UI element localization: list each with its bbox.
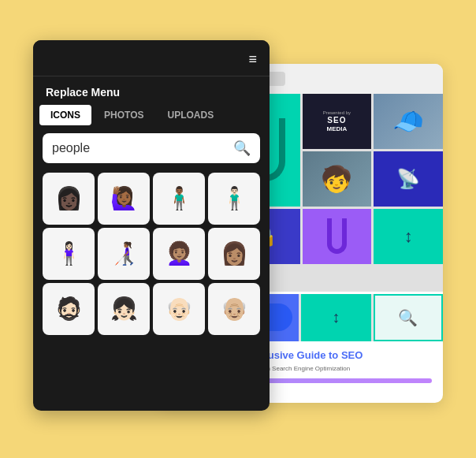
list-item[interactable]: 👩🏿 <box>43 173 95 225</box>
search-icon: 🔍 <box>233 140 251 157</box>
list-item[interactable]: 🙋🏾‍♀️ <box>98 173 150 225</box>
list-item[interactable]: 🧍🏻‍♀️ <box>43 228 95 280</box>
tabs-row: ICONS PHOTOS UPLOADS <box>33 105 270 125</box>
tab-photos[interactable]: PHOTOS <box>93 105 154 125</box>
left-card: ≡ Replace Menu ICONS PHOTOS UPLOADS 🔍 👩🏿… <box>33 40 270 411</box>
grid-cell-radio: 📡 <box>374 151 443 207</box>
grid-cell-purple-arch <box>303 209 372 264</box>
grid-cell-photo1: 🧢 <box>374 94 443 149</box>
list-item[interactable]: 👩🏾‍🦯 <box>98 228 150 280</box>
person-emoji-2: 🧒 <box>321 164 352 194</box>
search-input[interactable] <box>52 141 227 155</box>
list-item[interactable]: 👩🏽 <box>208 228 260 280</box>
replace-menu-title: Replace Menu <box>33 76 270 105</box>
seo-text: Presented by SEO MEDIA <box>323 110 351 133</box>
tab-uploads[interactable]: UPLOADS <box>156 105 225 125</box>
list-item[interactable]: 👩🏽‍🦱 <box>153 228 205 280</box>
grid-cell-refresh: ↕ <box>374 209 443 264</box>
person-emoji-1: 🧢 <box>392 106 424 136</box>
list-item[interactable]: 👴🏻 <box>153 283 205 335</box>
search-box: 🔍 <box>43 133 260 163</box>
seo-brand: SEO <box>327 116 346 125</box>
grid-cell-photo2: 🧒 <box>303 151 372 207</box>
refresh-icon: ↕ <box>404 226 413 247</box>
grid-cell-seo: Presented by SEO MEDIA <box>303 94 372 149</box>
search-cell: 🔍 <box>374 294 444 341</box>
radio-icon: 📡 <box>396 168 420 190</box>
icons-grid: 👩🏿 🙋🏾‍♀️ 🧍🏾‍♂️ 🧍🏻‍♂️ 🧍🏻‍♀️ 👩🏾‍🦯 👩🏽‍🦱 👩🏽 … <box>33 173 270 335</box>
presented-by: Presented by <box>323 110 351 115</box>
list-item[interactable]: 🧔🏻 <box>43 283 95 335</box>
list-item[interactable]: 👧🏻 <box>98 283 150 335</box>
list-item[interactable]: 👴🏼 <box>208 283 260 335</box>
list-item[interactable]: 🧍🏻‍♂️ <box>208 173 260 225</box>
scene: ✓ Presented by SEO MEDIA 🧢 ⚙️ <box>33 40 443 419</box>
tab-icons[interactable]: ICONS <box>39 105 91 125</box>
refresh-cell: ↕ <box>301 294 371 341</box>
seo-media: MEDIA <box>326 125 347 132</box>
menu-header: ≡ <box>33 40 270 76</box>
search-icon-2: 🔍 <box>398 308 418 327</box>
refresh-icon-2: ↕ <box>332 308 340 326</box>
hamburger-icon[interactable]: ≡ <box>248 51 257 68</box>
list-item[interactable]: 🧍🏾‍♂️ <box>153 173 205 225</box>
purple-arch-shape <box>327 218 347 254</box>
